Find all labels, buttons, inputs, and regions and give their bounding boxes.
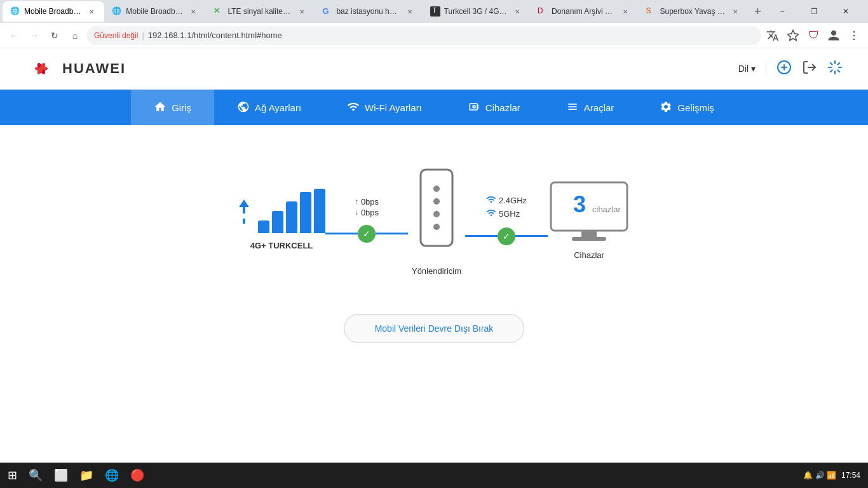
shield-icon[interactable]: 🛡 — [804, 27, 822, 44]
devices-section: 3 cihazlar Cihazlar — [548, 179, 630, 260]
tab-7-close[interactable]: ✕ — [730, 6, 740, 17]
tab-7-label: Superbox Yavaş İn... — [660, 7, 726, 16]
tab-6-label: Donanım Arşivi Fo... — [552, 7, 616, 16]
wifi-5ghz-row: 5GHz — [486, 208, 520, 220]
url-separator: | — [142, 30, 144, 40]
svg-point-17 — [433, 211, 440, 217]
message-button[interactable] — [776, 60, 792, 78]
line-container-2: ✓ — [465, 227, 548, 245]
svg-point-2 — [853, 34, 855, 36]
refresh-button[interactable]: ↻ — [46, 27, 64, 44]
signal-bars — [258, 189, 325, 233]
nav-item-devices[interactable]: Cihazlar — [445, 90, 543, 125]
monitor-icon: 3 cihazlar — [548, 179, 630, 243]
toolbar-icons: 🛡 — [764, 27, 863, 44]
line-bar-right-2 — [515, 235, 548, 237]
page-content: HUAWEI Dil ▾ — [0, 48, 868, 443]
language-button[interactable]: Dil ▾ — [738, 64, 756, 74]
tools-nav-icon — [566, 100, 579, 115]
tab-6[interactable]: D Donanım Arşivi Fo... ✕ — [530, 1, 638, 22]
svg-text:3: 3 — [573, 191, 586, 217]
nav-devices-label: Cihazlar — [485, 102, 520, 113]
nav-network-label: Ağ Ayarları — [255, 102, 301, 113]
header-right: Dil ▾ — [738, 60, 843, 78]
upload-speed-row: ↑ 0bps — [355, 197, 379, 207]
tab-2-label: Mobile Broadband — [126, 7, 184, 16]
huawei-logo: HUAWEI — [25, 56, 126, 81]
tab-5-favicon: T — [430, 6, 440, 17]
url-bar[interactable]: Güvenli değil | 192.168.1.1/html/content… — [86, 26, 761, 45]
signal-bar-5 — [314, 189, 325, 233]
tab-4-close[interactable]: ✕ — [405, 6, 415, 17]
line-bar-right-1 — [376, 233, 408, 234]
tab-bar: 🌐 Mobile Broadband ✕ 🌐 Mobile Broadband … — [0, 0, 868, 23]
tab-4[interactable]: G baz istasyonu hari... ✕ — [315, 1, 422, 22]
tab-6-close[interactable]: ✕ — [620, 6, 630, 17]
nav-item-home[interactable]: Giriş — [131, 90, 214, 125]
maximize-button[interactable]: ❐ — [799, 1, 829, 22]
wifi-24-icon — [486, 194, 496, 207]
svg-rect-20 — [581, 231, 597, 237]
connection-line-1: ↑ 0bps ↓ 0bps ✓ — [325, 197, 408, 243]
signal-bar-2 — [272, 211, 283, 233]
new-tab-button[interactable]: + — [748, 1, 768, 22]
tab-3[interactable]: ✕ LTE sinyal kalitesi ... ✕ — [206, 1, 315, 22]
bookmark-icon[interactable] — [784, 27, 802, 44]
tab-3-favicon: ✕ — [214, 6, 224, 17]
window-controls: − ❐ ✕ — [768, 1, 865, 22]
tab-2-close[interactable]: ✕ — [188, 6, 198, 17]
menu-icon[interactable] — [845, 27, 863, 44]
back-button[interactable]: ← — [5, 27, 23, 44]
huawei-header: HUAWEI Dil ▾ — [0, 48, 868, 90]
tab-1-close[interactable]: ✕ — [86, 6, 97, 17]
nav-item-tools[interactable]: Araçlar — [543, 90, 637, 125]
minimize-button[interactable]: − — [768, 1, 797, 22]
lang-arrow-icon: ▾ — [751, 64, 756, 74]
nav-item-network[interactable]: Ağ Ayarları — [214, 90, 324, 125]
tab-5-label: Turkcell 3G / 4G / ... — [444, 7, 508, 16]
tab-3-close[interactable]: ✕ — [297, 6, 307, 17]
download-arrow-icon: ↓ — [355, 208, 358, 217]
svg-marker-13 — [239, 219, 249, 224]
nav-item-wifi[interactable]: Wi-Fi Ayarları — [324, 90, 445, 125]
home-nav-icon — [154, 100, 166, 115]
devices-label: Cihazlar — [574, 250, 604, 260]
url-text: 192.168.1.1/html/content.html#home — [148, 30, 282, 40]
tab-1[interactable]: 🌐 Mobile Broadband ✕ — [3, 1, 104, 22]
router-icon — [408, 163, 465, 259]
tab-1-label: Mobile Broadband — [24, 7, 83, 16]
wifi-connection-line: 2.4GHz 5GHz ✓ — [465, 194, 548, 245]
tab-4-favicon: G — [322, 6, 332, 17]
account-icon[interactable] — [825, 27, 843, 44]
address-bar: ← → ↻ ⌂ Güvenli değil | 192.168.1.1/html… — [0, 23, 868, 48]
upload-speed: 0bps — [361, 197, 379, 207]
translate-icon[interactable] — [764, 27, 782, 44]
tab-7[interactable]: S Superbox Yavaş İn... ✕ — [638, 1, 748, 22]
upload-arrow-icon — [238, 198, 250, 224]
nav-wifi-label: Wi-Fi Ayarları — [365, 102, 422, 113]
nav-home-label: Giriş — [172, 102, 191, 113]
disable-data-button[interactable]: Mobil Verileri Devre Dışı Bırak — [344, 314, 525, 343]
close-button[interactable]: ✕ — [831, 1, 860, 22]
tab-1-favicon: 🌐 — [10, 6, 20, 17]
home-button[interactable]: ⌂ — [66, 27, 84, 44]
svg-point-18 — [433, 224, 440, 230]
svg-rect-14 — [421, 170, 452, 246]
tab-5[interactable]: T Turkcell 3G / 4G / ... ✕ — [423, 1, 530, 22]
tab-2[interactable]: 🌐 Mobile Broadband ✕ — [104, 1, 206, 22]
tab-5-close[interactable]: ✕ — [512, 6, 522, 17]
download-speed: 0bps — [361, 208, 379, 217]
nav-item-advanced[interactable]: Gelişmiş — [637, 90, 737, 125]
speed-info: ↑ 0bps ↓ 0bps — [355, 197, 379, 217]
security-indicator: Güvenli değil — [94, 31, 138, 40]
router-section: Yönlendiricim — [408, 163, 465, 276]
svg-point-1 — [853, 30, 855, 32]
svg-rect-21 — [572, 237, 606, 241]
wifi-check-icon: ✓ — [498, 227, 515, 245]
tab-4-label: baz istasyonu hari... — [336, 7, 400, 16]
logout-button[interactable] — [802, 60, 817, 78]
download-speed-row: ↓ 0bps — [355, 208, 379, 217]
forward-button[interactable]: → — [25, 27, 43, 44]
tab-3-label: LTE sinyal kalitesi ... — [227, 7, 293, 16]
connection-check-icon: ✓ — [358, 225, 376, 243]
